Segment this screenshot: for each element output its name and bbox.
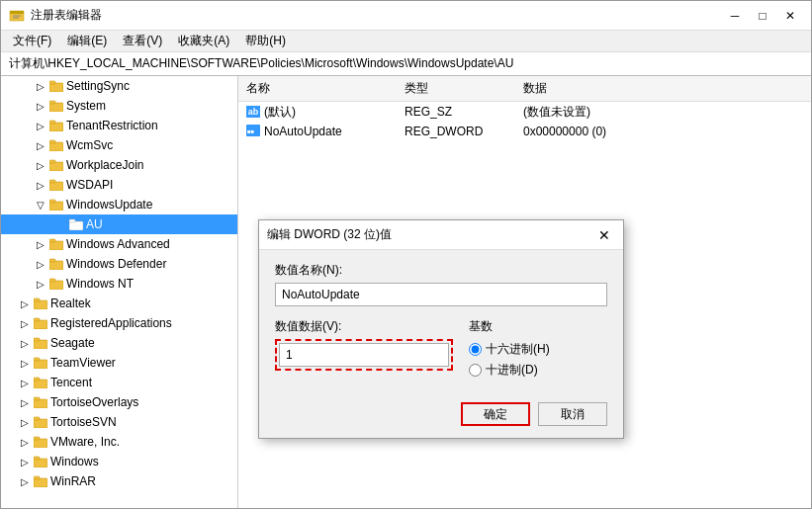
- svg-rect-1: [10, 11, 24, 14]
- tree-label: Windows NT: [66, 277, 134, 291]
- svg-rect-7: [49, 101, 55, 104]
- name-input[interactable]: [275, 283, 607, 306]
- expand-icon: ▷: [17, 355, 33, 371]
- tree-item-windowsupdate[interactable]: ▽ WindowsUpdate: [1, 195, 237, 214]
- tree-item-winrar[interactable]: ▷ WinRAR: [1, 471, 237, 491]
- cell-name: ab (默认): [238, 104, 397, 121]
- title-bar-controls: ─ □ ✕: [722, 5, 803, 27]
- ab-icon: ab: [246, 106, 260, 118]
- expand-icon: ▷: [33, 157, 48, 173]
- table-row[interactable]: ab (默认) REG_SZ (数值未设置): [238, 102, 811, 122]
- svg-rect-24: [49, 281, 63, 290]
- table-row[interactable]: ■■ NoAutoUpdate REG_DWORD 0x00000000 (0): [238, 122, 811, 141]
- menu-view[interactable]: 查看(V): [115, 31, 170, 51]
- menu-bar: 文件(F) 编辑(E) 查看(V) 收藏夹(A) 帮助(H): [1, 31, 811, 52]
- dec-radio[interactable]: [469, 364, 482, 377]
- tree-item-registeredapplications[interactable]: ▷ RegisteredApplications: [1, 313, 237, 333]
- svg-rect-20: [49, 241, 63, 250]
- tree-label: TortoiseOverlays: [50, 395, 138, 409]
- tree-panel[interactable]: ▷ SettingSync ▷ System ▷ Tenant: [1, 76, 238, 508]
- svg-rect-11: [49, 140, 55, 143]
- tree-label: TeamViewer: [50, 356, 116, 370]
- address-bar: 计算机\HKEY_LOCAL_MACHINE\SOFTWARE\Policies…: [1, 52, 811, 76]
- tree-item-workplacejoin[interactable]: ▷ WorkplaceJoin: [1, 155, 237, 175]
- tree-item-windows[interactable]: ▷ Windows: [1, 452, 237, 471]
- dialog-body: 数值名称(N): 数值数据(V): 基数: [259, 250, 623, 394]
- svg-rect-15: [49, 180, 55, 183]
- svg-rect-22: [49, 261, 63, 270]
- radio-hex[interactable]: 十六进制(H): [469, 341, 607, 358]
- tree-item-windowsnt[interactable]: ▷ Windows NT: [1, 274, 237, 294]
- tree-item-windowsadvanced[interactable]: ▷ Windows Advanced: [1, 234, 237, 254]
- menu-file[interactable]: 文件(F): [5, 31, 59, 51]
- menu-edit[interactable]: 编辑(E): [59, 31, 115, 51]
- expand-icon: ▷: [33, 98, 48, 114]
- svg-rect-25: [49, 279, 55, 282]
- tree-label: Realtek: [50, 297, 91, 310]
- menu-help[interactable]: 帮助(H): [237, 31, 294, 51]
- tree-item-system[interactable]: ▷ System: [1, 96, 237, 116]
- dword-icon: ■■: [246, 125, 260, 139]
- svg-rect-31: [34, 338, 40, 341]
- tree-item-settingsync[interactable]: ▷ SettingSync: [1, 76, 237, 96]
- tree-item-windowsdefender[interactable]: ▷ Windows Defender: [1, 254, 237, 274]
- folder-icon: [48, 178, 64, 192]
- svg-rect-19: [69, 219, 75, 222]
- expand-icon: ▷: [17, 473, 33, 489]
- value-label: 数值数据(V):: [275, 318, 453, 335]
- window-title: 注册表编辑器: [31, 7, 102, 24]
- col-header-name: 名称: [238, 78, 397, 99]
- folder-icon: [48, 99, 64, 113]
- tree-item-wsdapi[interactable]: ▷ WSDAPI: [1, 175, 237, 195]
- cell-type: REG_SZ: [397, 105, 515, 119]
- tree-label: RegisteredApplications: [50, 316, 172, 330]
- dialog-footer: 确定 取消: [259, 394, 623, 438]
- expand-icon: ▷: [33, 256, 48, 272]
- folder-icon: [33, 415, 48, 429]
- tree-label: SettingSync: [66, 79, 130, 93]
- base-label: 基数: [469, 318, 607, 335]
- tree-item-tenantrestriction[interactable]: ▷ TenantRestriction: [1, 116, 237, 135]
- minimize-button[interactable]: ─: [722, 5, 748, 27]
- svg-rect-30: [34, 340, 47, 349]
- cell-data: 0x00000000 (0): [515, 125, 811, 138]
- tree-item-tortoiseoverlays[interactable]: ▷ TortoiseOverlays: [1, 392, 237, 412]
- svg-rect-44: [34, 478, 47, 487]
- svg-rect-27: [34, 298, 40, 301]
- expand-icon: ▽: [33, 197, 48, 212]
- radio-dec[interactable]: 十进制(D): [469, 362, 607, 379]
- folder-icon: [48, 158, 64, 172]
- tree-item-au[interactable]: ▷ AU: [1, 214, 237, 234]
- menu-favorites[interactable]: 收藏夹(A): [170, 31, 237, 51]
- svg-rect-42: [34, 459, 47, 467]
- title-bar: 注册表编辑器 ─ □ ✕: [1, 1, 811, 31]
- dialog-close-button[interactable]: ✕: [593, 225, 615, 245]
- value-input[interactable]: [279, 343, 449, 367]
- tree-item-seagate[interactable]: ▷ Seagate: [1, 333, 237, 353]
- tree-label: WSDAPI: [66, 178, 113, 192]
- tree-label: WorkplaceJoin: [66, 158, 143, 172]
- dialog-title-bar: 编辑 DWORD (32 位)值 ✕: [259, 220, 623, 250]
- close-button[interactable]: ✕: [777, 5, 803, 27]
- hex-radio[interactable]: [469, 343, 482, 356]
- svg-rect-28: [34, 320, 47, 329]
- tree-item-teamviewer[interactable]: ▷ TeamViewer: [1, 353, 237, 373]
- expand-icon: ▷: [33, 78, 48, 94]
- hex-label: 十六进制(H): [486, 341, 550, 358]
- expand-icon: ▷: [17, 394, 33, 410]
- svg-rect-33: [34, 358, 40, 361]
- tree-item-tencent[interactable]: ▷ Tencent: [1, 373, 237, 392]
- tree-item-wcmsvc[interactable]: ▷ WcmSvc: [1, 135, 237, 155]
- cancel-button[interactable]: 取消: [538, 402, 607, 426]
- ok-button[interactable]: 确定: [461, 402, 530, 426]
- folder-icon-open: [48, 198, 64, 212]
- tree-item-realtek[interactable]: ▷ Realtek: [1, 294, 237, 313]
- tree-item-tortoisesvn[interactable]: ▷ TortoiseSVN: [1, 412, 237, 432]
- maximize-button[interactable]: □: [750, 5, 775, 27]
- expand-icon: ▷: [33, 137, 48, 153]
- tree-item-vmware[interactable]: ▷ VMware, Inc.: [1, 432, 237, 452]
- dialog-value-section: 数值数据(V):: [275, 318, 453, 371]
- svg-rect-40: [34, 439, 47, 448]
- svg-rect-16: [49, 202, 63, 211]
- expand-icon: ▷: [17, 375, 33, 390]
